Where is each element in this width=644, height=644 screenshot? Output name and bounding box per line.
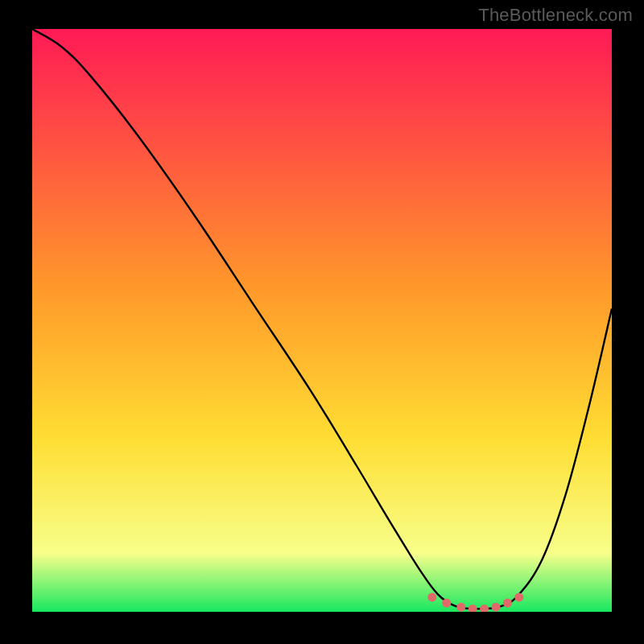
marker-dot	[492, 603, 501, 612]
marker-dot	[503, 599, 512, 608]
marker-dot	[427, 592, 436, 601]
plot-svg	[32, 29, 612, 612]
marker-dot	[514, 592, 523, 601]
marker-dot	[456, 603, 465, 612]
watermark-text: TheBottleneck.com	[478, 5, 633, 26]
chart-stage: TheBottleneck.com	[0, 0, 644, 644]
marker-dot	[442, 599, 451, 608]
plot-area	[32, 29, 612, 612]
gradient-background	[32, 29, 612, 612]
